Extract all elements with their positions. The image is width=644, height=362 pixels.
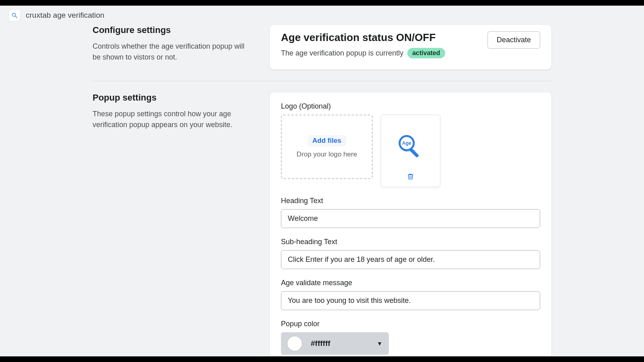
subheading-text-label: Sub-heading Text — [281, 238, 540, 246]
logo-preview-image: Age Verification — [394, 122, 427, 173]
heading-text-label: Heading Text — [281, 197, 540, 205]
popup-color-label: Popup color — [281, 320, 540, 328]
logo-label: Logo (Optional) — [281, 102, 540, 111]
svg-rect-6 — [409, 175, 413, 179]
heading-text-input[interactable] — [281, 209, 540, 228]
section-divider — [93, 81, 551, 81]
popup-color-picker[interactable]: #ffffff ▼ — [281, 332, 389, 355]
age-validate-input[interactable] — [281, 291, 540, 310]
status-line: The age verification popup is currently … — [281, 48, 445, 58]
app-header: cruxtab age verification — [0, 6, 644, 25]
configure-heading: Configure settings — [93, 25, 254, 35]
drop-hint: Drop your logo here — [297, 150, 357, 158]
status-text: The age verification popup is currently — [281, 49, 403, 58]
color-swatch — [287, 336, 302, 351]
svg-text:Age: Age — [402, 140, 411, 146]
status-card: Age verification status ON/OFF The age v… — [270, 25, 551, 70]
delete-logo-button[interactable] — [407, 173, 414, 182]
trash-icon — [407, 173, 414, 180]
chevron-down-icon: ▼ — [377, 340, 382, 347]
age-validate-label: Age validate message — [281, 279, 540, 287]
logo-dropzone[interactable]: Add files Drop your logo here — [281, 115, 373, 179]
status-title: Age verification status ON/OFF — [281, 31, 445, 44]
subheading-text-input[interactable] — [281, 250, 540, 269]
deactivate-button[interactable]: Deactivate — [487, 31, 540, 49]
configure-description: Controls whether the age verification po… — [93, 41, 254, 63]
window-top-bar — [0, 0, 644, 6]
popup-settings-description: These popup settings control how your ag… — [93, 109, 254, 130]
add-files-button[interactable]: Add files — [308, 135, 346, 146]
popup-settings-card: Logo (Optional) Add files Drop your logo… — [270, 93, 551, 362]
logo-preview: Age Verification — [381, 115, 440, 187]
magnifier-icon — [11, 12, 18, 19]
window-bottom-bar — [0, 356, 644, 362]
svg-line-1 — [15, 16, 17, 18]
app-title: cruxtab age verification — [26, 11, 104, 20]
color-value: #ffffff — [311, 339, 368, 348]
app-icon — [9, 10, 20, 21]
popup-settings-heading: Popup settings — [93, 93, 254, 103]
status-badge: activated — [407, 48, 445, 58]
